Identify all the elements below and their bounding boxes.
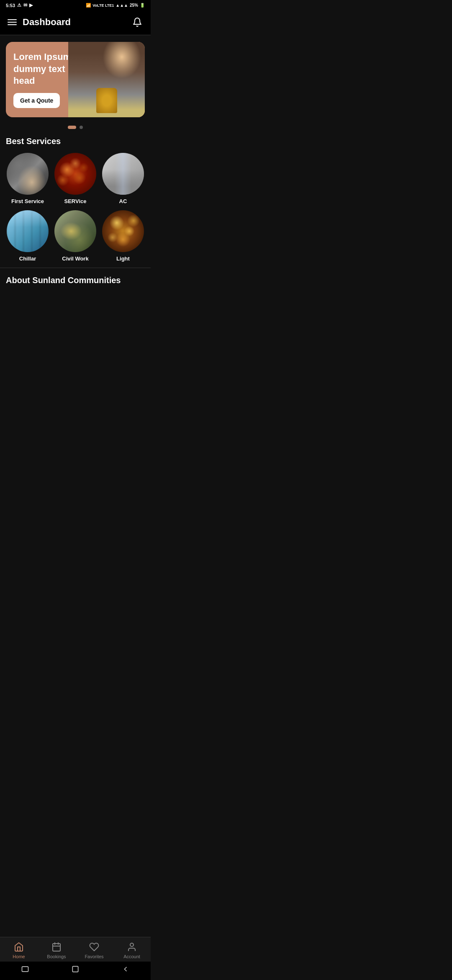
dot-1[interactable] <box>68 126 76 129</box>
service-circle-first-service <box>7 153 49 195</box>
hamburger-line-1 <box>8 19 17 20</box>
get-quote-button[interactable]: Get a Qoute <box>13 93 60 108</box>
about-section: About Sunland Communities <box>0 268 151 289</box>
service-item-light[interactable]: Light <box>101 210 145 262</box>
service-label-chillar: Chillar <box>19 255 36 262</box>
banner-image <box>68 42 145 117</box>
battery-icon: 🔋 <box>140 3 145 8</box>
service-item-chillar[interactable]: Chillar <box>6 210 49 262</box>
pagination-dots <box>0 121 151 131</box>
banner-section: Lorem Ipsum dummy text head Get a Qoute <box>0 35 151 121</box>
lte-label: VoLTE LTE1 <box>92 3 114 8</box>
header: Dashboard <box>0 10 151 35</box>
about-title: About Sunland Communities <box>6 276 145 285</box>
banner: Lorem Ipsum dummy text head Get a Qoute <box>6 42 145 117</box>
service-circle-ac <box>102 153 144 195</box>
menu-button[interactable] <box>8 19 17 25</box>
status-left: 5:53 ⚠ ✉ ▶ <box>6 3 33 8</box>
hamburger-line-3 <box>8 24 17 25</box>
service-label-first-service: First Service <box>11 198 44 204</box>
service-circle-chillar <box>7 210 49 252</box>
wifi-icon: 📶 <box>86 3 91 8</box>
main-content: Lorem Ipsum dummy text head Get a Qoute … <box>0 35 151 323</box>
dot-2[interactable] <box>80 126 83 129</box>
service-circle-light <box>102 210 144 252</box>
battery-percent: 25% <box>130 3 138 8</box>
service-label-civil-work: Civil Work <box>62 255 88 262</box>
video-icon: ▶ <box>29 3 33 8</box>
service-item-service[interactable]: SERVice <box>54 153 97 204</box>
status-time: 5:53 <box>6 3 15 8</box>
service-item-first-service[interactable]: First Service <box>6 153 49 204</box>
best-services-title: Best Services <box>6 137 145 146</box>
page-title: Dashboard <box>23 17 71 28</box>
notification-button[interactable] <box>131 16 143 28</box>
signal-icon: ▲▲▲ <box>116 3 128 8</box>
service-label-light: Light <box>116 255 130 262</box>
hamburger-line-2 <box>8 22 17 23</box>
status-bar: 5:53 ⚠ ✉ ▶ 📶 VoLTE LTE1 ▲▲▲ 25% 🔋 <box>0 0 151 10</box>
alert-icon: ⚠ <box>17 3 21 8</box>
service-label-service: SERVice <box>64 198 86 204</box>
email-icon: ✉ <box>23 3 27 8</box>
service-circle-civil-work <box>54 210 96 252</box>
status-right: 📶 VoLTE LTE1 ▲▲▲ 25% 🔋 <box>86 3 145 8</box>
best-services-section: Best Services First Service SERVice AC C… <box>0 131 151 264</box>
service-label-ac: AC <box>119 198 127 204</box>
service-item-civil-work[interactable]: Civil Work <box>54 210 97 262</box>
header-left: Dashboard <box>8 17 71 28</box>
service-circle-service <box>54 153 96 195</box>
services-grid: First Service SERVice AC Chillar Civil W… <box>6 153 145 262</box>
banner-title: Lorem Ipsum dummy text head <box>13 51 75 87</box>
service-item-ac[interactable]: AC <box>101 153 145 204</box>
banner-person-image <box>68 42 145 117</box>
